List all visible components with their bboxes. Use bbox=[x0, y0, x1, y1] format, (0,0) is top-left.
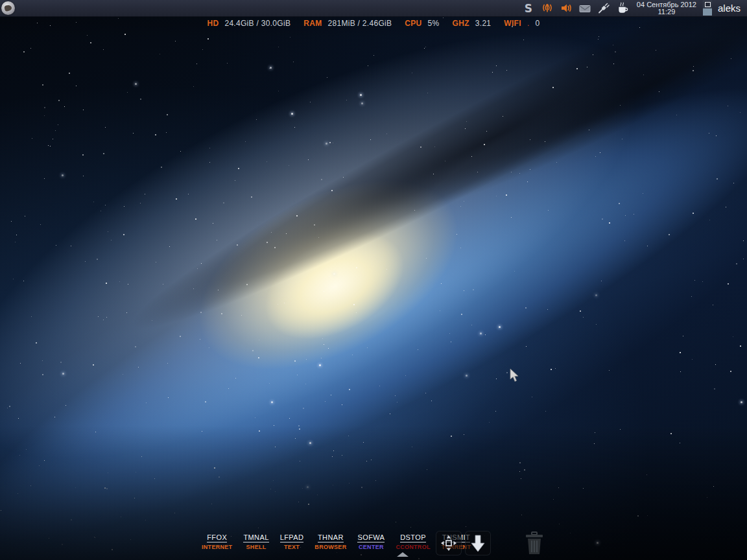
username-label: aleks bbox=[718, 3, 741, 14]
dock-unhide-arrow-icon[interactable] bbox=[397, 552, 409, 557]
trash-bin[interactable] bbox=[521, 530, 548, 556]
down-arrow-icon bbox=[470, 535, 486, 552]
system-tray: S bbox=[522, 3, 629, 14]
network-signal-icon[interactable] bbox=[541, 3, 554, 14]
launcher-ffox-internet[interactable]: FFOX INTERNET bbox=[202, 531, 232, 550]
dock-launchers: FFOX INTERNET TMNAL SHELL LFPAD TEXT THN… bbox=[202, 531, 471, 550]
workspace-pager[interactable] bbox=[703, 1, 712, 16]
launcher-dstop-control[interactable]: DSTOP CCONTROL bbox=[396, 531, 430, 550]
launcher-sofwa-center[interactable]: SOFWA CENTER bbox=[357, 531, 385, 550]
launcher-lfpad-text[interactable]: LFPAD TEXT bbox=[280, 531, 304, 550]
trash-icon bbox=[523, 531, 546, 555]
cpu-stat: CPU 5% bbox=[405, 19, 439, 28]
distro-logo-icon bbox=[4, 5, 12, 12]
volume-icon[interactable] bbox=[560, 3, 573, 14]
desktop: S bbox=[0, 0, 747, 560]
launcher-tmnal-shell[interactable]: TMNAL SHELL bbox=[243, 531, 268, 550]
hd-stat: HD 24.4GiB / 30.0GiB bbox=[207, 19, 290, 28]
mail-icon[interactable] bbox=[578, 3, 591, 14]
ghz-stat: GHZ 3.21 bbox=[453, 19, 492, 28]
workspace-1[interactable] bbox=[703, 1, 712, 8]
workspace-2[interactable] bbox=[703, 8, 712, 16]
starfield bbox=[0, 0, 747, 560]
launcher-thnar-browser[interactable]: THNAR BROWSER bbox=[314, 531, 346, 550]
system-stats-bar: HD 24.4GiB / 30.0GiB RAM 281MiB / 2.46Gi… bbox=[0, 19, 747, 28]
connector-icon[interactable] bbox=[597, 3, 610, 14]
move-window-button[interactable] bbox=[436, 531, 462, 555]
ram-stat: RAM 281MiB / 2.46GiB bbox=[303, 19, 392, 28]
move-icon bbox=[440, 535, 457, 552]
dock: FFOX INTERNET TMNAL SHELL LFPAD TEXT THN… bbox=[0, 515, 747, 560]
coffee-icon[interactable] bbox=[616, 3, 629, 14]
skype-icon[interactable]: S bbox=[522, 3, 535, 14]
top-panel: S bbox=[0, 0, 747, 17]
clock[interactable]: 04 Сентябрь 2012 11:29 bbox=[637, 1, 696, 16]
menu-logo-button[interactable] bbox=[1, 1, 15, 15]
wifi-stat: WIFI . 0 bbox=[504, 19, 540, 28]
clock-date: 04 Сентябрь 2012 bbox=[637, 1, 696, 8]
download-button[interactable] bbox=[465, 531, 491, 555]
clock-time: 11:29 bbox=[637, 8, 696, 16]
